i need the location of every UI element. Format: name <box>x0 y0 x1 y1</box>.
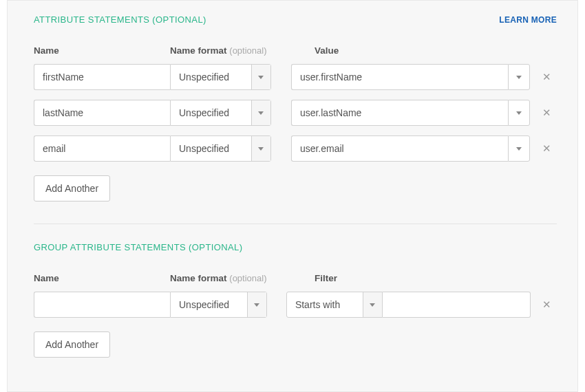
group-section-title: GROUP ATTRIBUTE STATEMENTS (OPTIONAL) <box>34 242 242 252</box>
attr-row: Unspecified ✕ <box>34 100 557 126</box>
header-format: Name format (optional) <box>170 273 294 283</box>
section-divider <box>34 224 557 224</box>
chevron-down-icon[interactable] <box>247 292 266 317</box>
chevron-down-icon[interactable] <box>251 100 270 125</box>
attr-value-input[interactable] <box>291 64 508 90</box>
attr-value-input[interactable] <box>291 100 508 126</box>
add-another-button[interactable]: Add Another <box>34 331 110 358</box>
value-dropdown-button[interactable] <box>508 64 530 90</box>
chevron-down-icon <box>516 147 522 151</box>
group-filter-wrap: Starts with <box>286 292 531 318</box>
header-value: Value <box>294 45 538 56</box>
remove-row-button[interactable]: ✕ <box>537 71 557 83</box>
value-dropdown-button[interactable] <box>508 135 530 162</box>
chevron-down-icon <box>516 76 522 79</box>
attr-format-select[interactable]: Unspecified <box>170 100 271 126</box>
attr-name-input[interactable] <box>34 64 170 90</box>
group-section-header: GROUP ATTRIBUTE STATEMENTS (OPTIONAL) <box>34 242 557 252</box>
attr-value-input[interactable] <box>291 135 508 162</box>
attr-format-select[interactable]: Unspecified <box>170 135 271 162</box>
attr-value-wrap <box>291 64 530 90</box>
add-another-button[interactable]: Add Another <box>34 175 110 202</box>
close-icon: ✕ <box>542 107 551 118</box>
attr-section-title: ATTRIBUTE STATEMENTS (OPTIONAL) <box>34 14 206 25</box>
header-filter: Filter <box>294 273 538 283</box>
group-headers: Name Name format (optional) Filter <box>34 273 557 283</box>
learn-more-link[interactable]: LEARN MORE <box>499 15 557 25</box>
value-dropdown-button[interactable] <box>508 100 530 126</box>
close-icon: ✕ <box>542 298 551 310</box>
config-panel: ATTRIBUTE STATEMENTS (OPTIONAL) LEARN MO… <box>7 0 578 392</box>
group-filter-input[interactable] <box>383 292 531 318</box>
header-name: Name <box>34 273 170 283</box>
chevron-down-icon[interactable] <box>251 65 270 89</box>
chevron-down-icon[interactable] <box>363 292 382 317</box>
close-icon: ✕ <box>542 142 551 154</box>
remove-row-button[interactable]: ✕ <box>537 142 557 155</box>
attr-name-input[interactable] <box>34 100 170 126</box>
chevron-down-icon <box>516 111 522 115</box>
attr-headers: Name Name format (optional) Value <box>34 45 557 56</box>
attr-section-header: ATTRIBUTE STATEMENTS (OPTIONAL) LEARN MO… <box>34 14 557 25</box>
attr-row: Unspecified ✕ <box>34 64 557 90</box>
header-name: Name <box>34 45 170 56</box>
attr-name-input[interactable] <box>34 135 170 162</box>
group-row: Unspecified Starts with ✕ <box>34 292 557 318</box>
attr-row: Unspecified ✕ <box>34 135 557 162</box>
attr-value-wrap <box>291 100 530 126</box>
group-format-select[interactable]: Unspecified <box>170 292 267 318</box>
attr-value-wrap <box>291 135 530 162</box>
header-format: Name format (optional) <box>170 45 294 56</box>
chevron-down-icon[interactable] <box>251 136 270 161</box>
remove-row-button[interactable]: ✕ <box>537 107 557 119</box>
attr-format-select[interactable]: Unspecified <box>170 64 271 90</box>
group-name-input[interactable] <box>34 292 170 318</box>
group-filter-select[interactable]: Starts with <box>286 292 383 318</box>
remove-row-button[interactable]: ✕ <box>538 298 557 311</box>
close-icon: ✕ <box>542 71 551 83</box>
